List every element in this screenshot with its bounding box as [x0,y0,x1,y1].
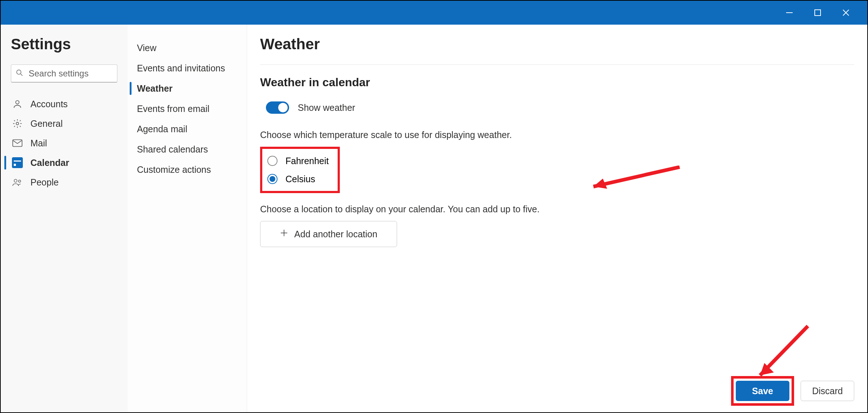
svg-point-7 [18,180,21,182]
svg-point-2 [17,70,21,74]
subnav-events-from-email[interactable]: Events from email [135,99,239,119]
settings-sidebar: Settings Accounts General Mail [1,25,128,412]
window-minimize-button[interactable] [775,1,804,25]
subnav-agenda-mail[interactable]: Agenda mail [135,119,239,139]
svg-point-3 [16,101,19,104]
nav-item-people[interactable]: People [11,172,117,192]
gear-icon [12,118,23,129]
annotation-arrow-icon [751,325,809,383]
subnav-events-invitations[interactable]: Events and invitations [135,58,239,78]
nav-label: Mail [30,138,47,149]
search-icon [16,69,23,78]
window-maximize-button[interactable] [804,1,832,25]
separator [260,64,854,65]
annotation-highlight-box: Save [731,376,794,406]
location-prompt: Choose a location to display on your cal… [260,204,854,214]
content-title: Weather [260,36,854,53]
calendar-subnav: View Events and invitations Weather Even… [128,25,247,412]
radio-unchecked-icon [267,156,277,166]
nav-label: General [30,118,63,129]
nav-label: Accounts [30,99,68,109]
subnav-view[interactable]: View [135,38,239,58]
nav-item-calendar[interactable]: Calendar [11,153,117,172]
nav-label: People [30,177,59,188]
section-heading: Weather in calendar [260,76,854,89]
add-location-label: Add another location [294,229,377,239]
svg-point-4 [16,122,19,125]
save-button[interactable]: Save [736,381,789,401]
subnav-weather[interactable]: Weather [135,78,239,99]
plus-icon [280,229,288,239]
window-titlebar [1,1,867,25]
settings-heading: Settings [11,36,117,53]
search-settings-input[interactable] [11,64,117,83]
temp-scale-prompt: Choose which temperature scale to use fo… [260,130,854,140]
svg-point-6 [14,179,17,182]
content-panel: Weather Weather in calendar Show weather… [247,25,867,412]
radio-celsius-label: Celsius [285,174,315,184]
svg-rect-1 [815,10,821,16]
discard-button[interactable]: Discard [801,381,854,401]
add-location-button[interactable]: Add another location [260,221,397,247]
subnav-shared-calendars[interactable]: Shared calendars [135,139,239,159]
mail-icon [12,137,23,149]
nav-label: Calendar [30,158,69,168]
nav-item-accounts[interactable]: Accounts [11,94,117,114]
window-close-button[interactable] [832,1,860,25]
annotation-highlight-box: Fahrenheit Celsius [260,147,340,193]
radio-fahrenheit[interactable]: Fahrenheit [267,152,333,170]
person-icon [12,98,23,110]
radio-celsius[interactable]: Celsius [267,170,333,188]
action-bar: Save Discard [731,376,854,406]
people-icon [12,176,23,188]
radio-fahrenheit-label: Fahrenheit [285,156,329,166]
nav-item-general[interactable]: General [11,114,117,133]
svg-rect-0 [786,12,793,13]
radio-checked-icon [267,174,277,184]
annotation-arrow-icon [587,166,681,191]
show-weather-label: Show weather [298,103,355,113]
subnav-customize-actions[interactable]: Customize actions [135,159,239,180]
nav-item-mail[interactable]: Mail [11,133,117,153]
svg-rect-5 [13,140,22,147]
calendar-icon [12,157,23,168]
show-weather-toggle[interactable] [266,101,289,114]
